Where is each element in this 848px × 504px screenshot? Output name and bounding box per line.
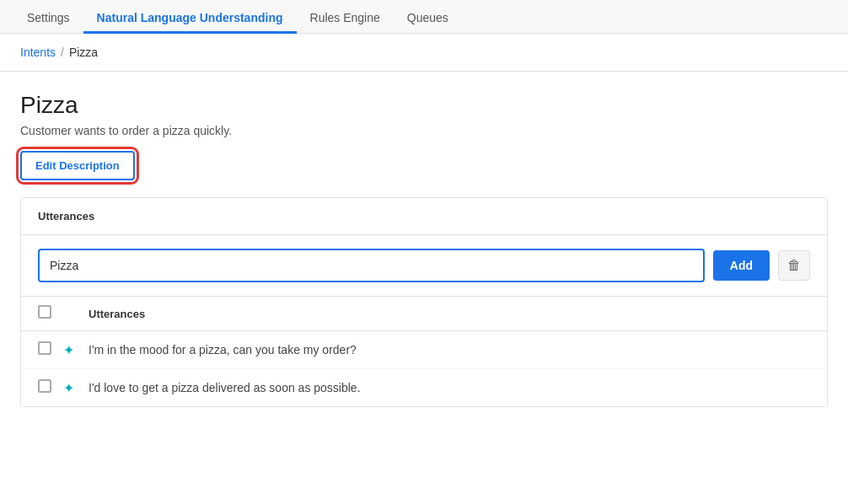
table-row: ✦ I'd love to get a pizza delivered as s… [21,369,827,406]
row-2-checkbox-cell [38,379,63,396]
tab-nlu[interactable]: Natural Language Understanding [83,4,297,34]
row-2-icon-cell: ✦ [63,380,89,396]
row-1-text: I'm in the mood for a pizza, can you tak… [89,343,357,357]
header-checkbox[interactable] [38,305,51,319]
breadcrumb-intents-link[interactable]: Intents [20,46,56,59]
row-1-checkbox[interactable] [38,341,51,355]
breadcrumb-separator: / [61,46,64,59]
row-1-checkbox-cell [38,341,63,358]
delete-utterance-button[interactable]: 🗑 [778,250,810,281]
edit-description-button[interactable]: Edit Description [20,151,135,180]
nav-tabs: Settings Natural Language Understanding … [0,0,848,34]
tab-rules-engine[interactable]: Rules Engine [297,4,394,34]
breadcrumb: Intents / Pizza [0,34,848,72]
page-title: Pizza [20,92,828,119]
sparkle-icon-2: ✦ [63,380,74,396]
row-2-checkbox[interactable] [38,379,51,393]
row-1-icon-cell: ✦ [63,342,89,358]
page-description: Customer wants to order a pizza quickly. [20,124,828,137]
breadcrumb-current: Pizza [69,46,98,59]
table-header-row: Utterances [21,297,827,331]
utterance-input[interactable] [38,249,705,282]
tab-queues[interactable]: Queues [394,4,462,34]
header-checkbox-cell [38,305,63,322]
row-2-text: I'd love to get a pizza delivered as soo… [89,381,361,394]
utterance-input-row: Add 🗑 [21,235,827,297]
trash-icon: 🗑 [787,258,801,273]
utterances-column-header: Utterances [89,308,145,320]
table-row: ✦ I'm in the mood for a pizza, can you t… [21,331,827,369]
add-utterance-button[interactable]: Add [713,250,770,281]
main-content: Pizza Customer wants to order a pizza qu… [0,72,848,421]
sparkle-icon-1: ✦ [63,342,74,358]
tab-settings[interactable]: Settings [13,4,83,34]
utterances-card: Utterances Add 🗑 Utterances ✦ I'm [20,197,828,407]
utterances-header: Utterances [21,198,827,235]
